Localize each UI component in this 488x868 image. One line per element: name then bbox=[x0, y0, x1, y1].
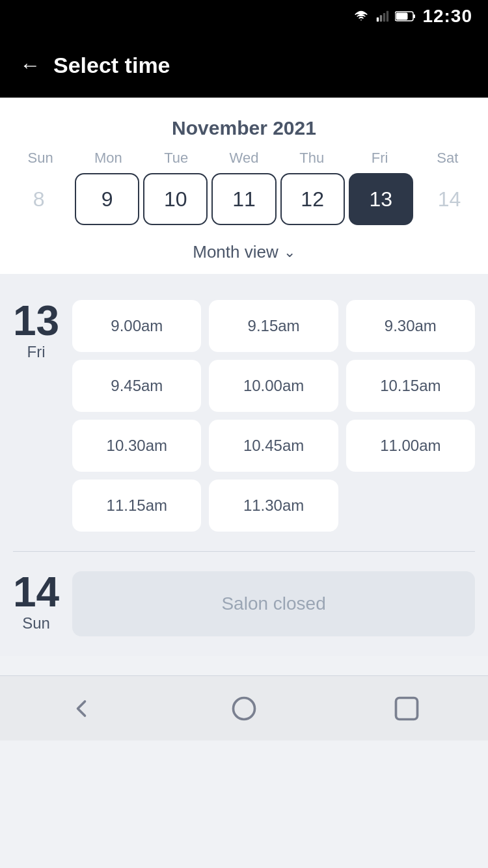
status-time: 12:30 bbox=[422, 6, 472, 27]
nav-home-button[interactable] bbox=[223, 688, 265, 729]
wifi-icon bbox=[352, 10, 370, 23]
time-slot[interactable]: 10.30am bbox=[72, 420, 201, 472]
date-cell-8: 8 bbox=[7, 173, 71, 225]
svg-rect-2 bbox=[383, 13, 385, 21]
weekday-label: Fri bbox=[346, 150, 413, 167]
nav-recent-button[interactable] bbox=[386, 688, 427, 729]
day-section-14: 14SunSalon closed bbox=[13, 551, 475, 656]
time-slot[interactable]: 9.45am bbox=[72, 360, 201, 412]
time-slot[interactable]: 10.00am bbox=[209, 360, 338, 412]
time-slot[interactable]: 10.45am bbox=[209, 420, 338, 472]
back-button[interactable]: ← bbox=[20, 55, 40, 75]
day-number: 13 bbox=[13, 300, 59, 342]
app-header: ← Select time bbox=[0, 33, 488, 98]
weekday-label: Mon bbox=[74, 150, 142, 167]
time-slot[interactable]: 9.30am bbox=[346, 300, 475, 352]
month-title: November 2021 bbox=[0, 111, 488, 150]
time-slot[interactable]: 11.30am bbox=[209, 480, 338, 532]
svg-rect-8 bbox=[396, 698, 418, 719]
svg-rect-0 bbox=[377, 18, 379, 22]
month-view-toggle[interactable]: Month view ⌄ bbox=[0, 236, 488, 274]
time-slot[interactable]: 10.15am bbox=[346, 360, 475, 412]
time-slot[interactable]: 9.00am bbox=[72, 300, 201, 352]
slots-container: 13Fri9.00am9.15am9.30am9.45am10.00am10.1… bbox=[0, 274, 488, 656]
status-bar: 12:30 bbox=[0, 0, 488, 33]
salon-closed-label: Salon closed bbox=[72, 571, 475, 636]
day-name: Sun bbox=[13, 614, 59, 632]
weekday-label: Sun bbox=[7, 150, 74, 167]
time-slot[interactable]: 9.15am bbox=[209, 300, 338, 352]
battery-icon bbox=[395, 10, 416, 23]
time-slots-grid: 9.00am9.15am9.30am9.45am10.00am10.15am10… bbox=[72, 300, 475, 532]
bottom-nav bbox=[0, 675, 488, 740]
date-cell-11[interactable]: 11 bbox=[211, 173, 276, 225]
weekday-label: Sat bbox=[414, 150, 481, 167]
weekday-label: Wed bbox=[210, 150, 278, 167]
time-slot[interactable]: 11.00am bbox=[346, 420, 475, 472]
svg-rect-3 bbox=[386, 11, 388, 22]
signal-icon bbox=[375, 10, 390, 23]
page-title: Select time bbox=[53, 53, 170, 78]
chevron-down-icon: ⌄ bbox=[284, 244, 295, 261]
calendar-section: November 2021 SunMonTueWedThuFriSat 8910… bbox=[0, 98, 488, 274]
svg-point-7 bbox=[234, 698, 255, 719]
back-nav-icon bbox=[67, 694, 96, 723]
weekday-label: Tue bbox=[142, 150, 210, 167]
recent-nav-icon bbox=[392, 694, 421, 723]
home-nav-icon bbox=[230, 694, 258, 723]
date-cell-10[interactable]: 10 bbox=[143, 173, 208, 225]
date-row: 891011121314 bbox=[0, 173, 488, 236]
weekday-label: Thu bbox=[278, 150, 346, 167]
date-cell-14: 14 bbox=[417, 173, 481, 225]
date-cell-12[interactable]: 12 bbox=[280, 173, 345, 225]
day-number: 14 bbox=[13, 571, 59, 613]
date-cell-13[interactable]: 13 bbox=[349, 173, 413, 225]
date-cell-9[interactable]: 9 bbox=[75, 173, 139, 225]
svg-rect-6 bbox=[413, 14, 415, 18]
status-icons bbox=[352, 10, 416, 23]
day-name: Fri bbox=[13, 343, 59, 361]
time-slot[interactable]: 11.15am bbox=[72, 480, 201, 532]
svg-rect-1 bbox=[380, 15, 382, 21]
day-section-13: 13Fri9.00am9.15am9.30am9.45am10.00am10.1… bbox=[13, 287, 475, 551]
month-view-label: Month view bbox=[193, 242, 278, 262]
weekday-row: SunMonTueWedThuFriSat bbox=[0, 150, 488, 167]
svg-rect-5 bbox=[396, 13, 408, 20]
nav-back-button[interactable] bbox=[61, 688, 102, 729]
